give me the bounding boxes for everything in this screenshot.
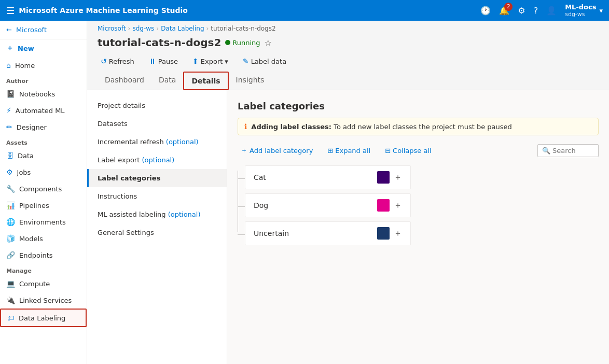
add-subcategory-dog[interactable]: ＋ <box>394 200 402 211</box>
export-chevron-icon: ▾ <box>225 58 228 65</box>
collapse-all-button[interactable]: ⊟ Collapse all <box>382 145 434 157</box>
label-data-button[interactable]: ✎ Label data <box>240 55 289 67</box>
sidebar: ← Microsoft ＋ New ⌂ Home Author 📓 Notebo… <box>0 21 87 364</box>
page-header: tutorial-cats-n-dogs2 Running ☆ <box>87 34 609 53</box>
top-bar-right: 🕐 🔔 2 ⚙ ? 👤 ML-docs sdg-ws ▾ <box>480 3 603 18</box>
notification-icon[interactable]: 🔔 2 <box>499 6 509 16</box>
tab-insights[interactable]: Insights <box>229 72 272 90</box>
left-nav-general-settings[interactable]: General Settings <box>87 223 227 242</box>
search-box[interactable]: 🔍 <box>537 144 599 157</box>
breadcrumb-data-labeling[interactable]: Data Labeling <box>161 25 204 32</box>
automated-ml-label: Automated ML <box>16 107 65 115</box>
left-nav-ml-assisted[interactable]: ML assisted labeling (optional) <box>87 205 227 223</box>
designer-label: Designer <box>17 123 47 131</box>
category-item-uncertain: Uncertain ＋ <box>245 221 411 245</box>
sidebar-item-compute[interactable]: 💻 Compute <box>0 275 87 292</box>
user-name: ML-docs <box>565 3 596 11</box>
notebooks-label: Notebooks <box>19 90 55 98</box>
hamburger-icon[interactable]: ☰ <box>6 5 15 16</box>
breadcrumb-microsoft[interactable]: Microsoft <box>98 25 126 32</box>
pipelines-label: Pipelines <box>19 202 49 209</box>
tabs: Dashboard Data Details Insights <box>87 72 609 90</box>
endpoints-label: Endpoints <box>19 251 53 259</box>
page-title: tutorial-cats-n-dogs2 <box>98 36 221 49</box>
user-section[interactable]: ML-docs sdg-ws ▾ <box>565 3 603 18</box>
add-subcategory-uncertain[interactable]: ＋ <box>394 228 402 239</box>
warning-label: Adding label classes: <box>251 123 331 131</box>
breadcrumb-current: tutorial-cats-n-dogs2 <box>211 25 275 32</box>
top-bar: ☰ Microsoft Azure Machine Learning Studi… <box>0 0 609 21</box>
expand-all-button[interactable]: ⊞ Expand all <box>324 145 373 157</box>
refresh-label: Refresh <box>109 58 134 65</box>
tab-details[interactable]: Details <box>183 72 228 90</box>
add-label-button[interactable]: ＋ Add label category <box>238 144 316 157</box>
help-icon[interactable]: ? <box>534 6 538 16</box>
incremental-refresh-link[interactable]: (optional) <box>166 138 199 146</box>
environments-label: Environments <box>19 218 66 226</box>
category-wrapper-uncertain: Uncertain ＋ <box>245 221 599 247</box>
expand-all-text: Expand all <box>335 147 370 155</box>
data-icon: 🗄 <box>6 151 13 160</box>
linked-services-label: Linked Services <box>19 297 72 304</box>
category-wrapper-dog: Dog ＋ <box>245 193 599 219</box>
sidebar-item-notebooks[interactable]: 📓 Notebooks <box>0 86 87 102</box>
user-icon[interactable]: 👤 <box>546 6 557 16</box>
category-item-dog: Dog ＋ <box>245 193 411 217</box>
new-label: New <box>18 45 34 52</box>
pause-label: Pause <box>158 58 178 65</box>
search-input[interactable] <box>552 147 594 155</box>
sidebar-item-designer[interactable]: ✏ Designer <box>0 119 87 135</box>
ml-assisted-link[interactable]: (optional) <box>168 211 201 218</box>
left-nav-incremental-refresh[interactable]: Incremental refresh (optional) <box>87 133 227 151</box>
category-name-dog: Dog <box>254 201 377 209</box>
left-nav-label-categories[interactable]: Label categories <box>87 169 227 187</box>
refresh-icon: ↺ <box>101 57 107 65</box>
notification-badge: 2 <box>504 3 513 11</box>
pause-button[interactable]: ⏸ Pause <box>146 55 181 67</box>
data-labeling-icon: 🏷 <box>7 314 15 322</box>
label-panel: Label categories ℹ Adding label classes:… <box>227 90 609 364</box>
sidebar-item-models[interactable]: 🧊 Models <box>0 230 87 247</box>
pause-icon: ⏸ <box>149 57 156 65</box>
sidebar-item-jobs[interactable]: ⚙ Jobs <box>0 164 87 180</box>
sidebar-item-endpoints[interactable]: 🔗 Endpoints <box>0 247 87 263</box>
left-nav-project-details[interactable]: Project details <box>87 96 227 115</box>
left-nav-datasets[interactable]: Datasets <box>87 115 227 133</box>
favorite-icon[interactable]: ☆ <box>265 38 272 48</box>
sidebar-item-environments[interactable]: 🌐 Environments <box>0 214 87 230</box>
add-icon: ＋ <box>241 146 247 155</box>
sidebar-item-home[interactable]: ⌂ Home <box>0 57 87 74</box>
main-content: Microsoft › sdg-ws › Data Labeling › tut… <box>87 21 609 364</box>
toolbar: ↺ Refresh ⏸ Pause ⬆ Export ▾ ✎ Label dat… <box>87 53 609 72</box>
sidebar-item-data-labeling[interactable]: 🏷 Data Labeling <box>0 309 87 327</box>
breadcrumb-workspace[interactable]: sdg-ws <box>132 25 154 32</box>
sidebar-item-automated-ml[interactable]: ⚡ Automated ML <box>0 102 87 119</box>
export-button[interactable]: ⬆ Export ▾ <box>189 55 231 67</box>
left-nav-label-export[interactable]: Label export (optional) <box>87 151 227 169</box>
warning-detail: To add new label classes the project mus… <box>334 123 512 131</box>
category-color-cat <box>377 171 390 184</box>
sidebar-item-pipelines[interactable]: 📊 Pipelines <box>0 197 87 214</box>
left-nav: Project details Datasets Incremental ref… <box>87 90 227 364</box>
history-icon[interactable]: 🕐 <box>480 6 491 16</box>
search-icon: 🔍 <box>542 147 550 155</box>
components-icon: 🔧 <box>6 185 15 193</box>
settings-icon[interactable]: ⚙ <box>518 6 525 16</box>
status-badge: Running <box>225 39 260 47</box>
sidebar-item-data[interactable]: 🗄 Data <box>0 147 87 164</box>
sidebar-item-microsoft[interactable]: ← Microsoft <box>0 21 87 39</box>
warning-text: Adding label classes: To add new label c… <box>251 123 512 131</box>
sidebar-item-components[interactable]: 🔧 Components <box>0 180 87 197</box>
tab-dashboard[interactable]: Dashboard <box>98 72 151 90</box>
jobs-label: Jobs <box>17 169 31 176</box>
sidebar-item-linked-services[interactable]: 🔌 Linked Services <box>0 292 87 309</box>
left-nav-instructions[interactable]: Instructions <box>87 187 227 205</box>
author-section-label: Author <box>0 74 87 86</box>
compute-label: Compute <box>19 280 50 288</box>
tab-data[interactable]: Data <box>151 72 183 90</box>
category-color-uncertain <box>377 227 390 240</box>
refresh-button[interactable]: ↺ Refresh <box>98 55 137 67</box>
label-export-link[interactable]: (optional) <box>142 156 174 164</box>
add-subcategory-cat[interactable]: ＋ <box>394 172 402 183</box>
sidebar-item-new[interactable]: ＋ New <box>0 39 87 57</box>
